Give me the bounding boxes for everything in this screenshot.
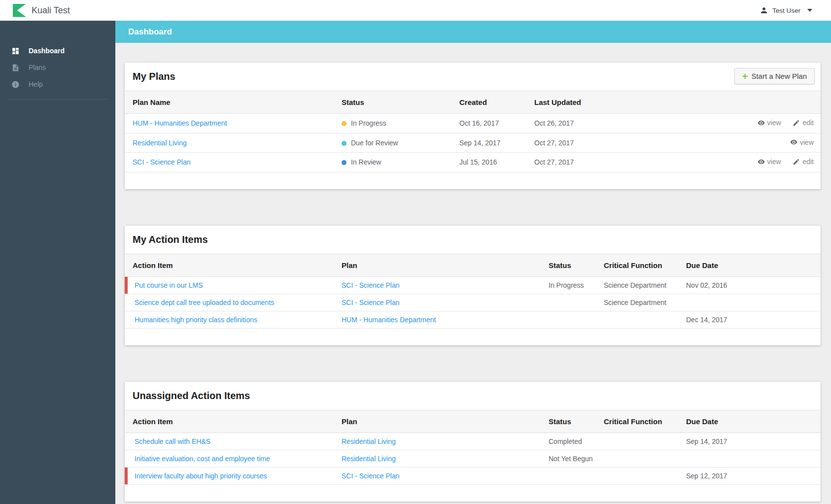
created-date: Jul 15, 2016 [459,153,534,172]
col-action-item: Action Item [125,410,342,433]
critical-function: Science Department [604,294,686,311]
sidebar-item-plans[interactable]: Plans [0,59,115,76]
start-new-plan-button[interactable]: + Start a New Plan [734,68,815,84]
updated-date: Oct 26, 2017 [534,114,633,134]
plan-link[interactable]: SCI - Science Plan [342,299,400,306]
status-dot [342,160,346,165]
action-item-link[interactable]: Schedule call with EH&S [135,437,210,445]
col-status: Status [342,91,459,114]
plan-link[interactable]: SCI - Science Plan [342,472,400,480]
action-item-link[interactable]: Put course in our LMS [135,281,203,289]
due-date: Sep 14, 2017 [686,433,821,450]
pencil-icon [793,119,800,127]
status-text: Due for Review [351,139,398,147]
action-item-link[interactable]: Humanities high priority class definitio… [135,316,257,324]
col-status: Status [549,410,604,433]
edit-button[interactable]: edit [793,119,814,127]
top-bar: Kuali Test Test User [0,0,831,21]
sidebar-item-label: Help [29,80,43,88]
col-last-updated: Last Updated [534,91,633,114]
card-footer [125,172,821,189]
col-plan: Plan [342,254,549,277]
col-status: Status [549,254,604,277]
critical-function [604,450,686,467]
plan-link[interactable]: SCI - Science Plan [342,281,400,289]
action-item-link[interactable]: Initiative evaluation, cost and employee… [135,455,270,463]
plan-link[interactable]: Residential Living [342,455,396,463]
critical-function [604,311,686,328]
col-action-item: Action Item [125,254,342,277]
col-plan: Plan [342,410,549,433]
plan-link[interactable]: SCI - Science Plan [133,158,191,166]
action-item-link[interactable]: Science dept call tree uploaded to docum… [135,299,274,306]
plan-link[interactable]: Residential Living [342,437,396,445]
plan-link[interactable]: HUM - Humanities Department [133,119,227,127]
updated-date: Oct 27, 2017 [534,153,633,172]
critical-function [604,467,686,484]
status-text: In Review [351,158,381,166]
table-row: Science dept call tree uploaded to docum… [125,294,821,311]
table-row: Initiative evaluation, cost and employee… [125,450,821,467]
col-critical-function: Critical Function [604,410,686,433]
my-plans-card: My Plans + Start a New Plan Plan Name St… [125,63,821,189]
col-created: Created [459,91,534,114]
action-item-link[interactable]: Interview faculty about high priority co… [135,472,267,480]
status-text: Not Yet Begun [549,450,604,467]
col-critical-function: Critical Function [604,254,686,277]
created-date: Sep 14, 2017 [459,133,534,153]
sidebar-item-help[interactable]: Help [0,76,115,93]
status-dot [342,141,346,146]
eye-icon [758,158,765,166]
content-area: My Plans + Start a New Plan Plan Name St… [115,43,831,504]
due-date: Nov 02, 2016 [686,276,821,294]
my-action-items-title: My Action Items [133,234,813,246]
page-banner: Dashboard [115,21,831,43]
due-date: Sep 12, 2017 [686,467,821,484]
plus-icon: + [742,72,748,80]
plan-link[interactable]: Residential Living [133,139,187,147]
status-dot [342,121,346,126]
col-plan-name: Plan Name [125,91,342,114]
table-row: Humanities high priority class definitio… [125,311,821,328]
chevron-down-icon [807,9,812,12]
plans-document-icon [11,64,20,72]
sidebar-divider [8,99,107,100]
view-button[interactable]: view [758,119,781,127]
user-menu[interactable]: Test User [760,6,812,15]
table-row: Schedule call with EH&S Residential Livi… [125,433,821,450]
brand-name: Kuali Test [32,5,70,16]
table-row: Put course in our LMS SCI - Science Plan… [125,276,821,294]
user-name: Test User [772,7,800,14]
sidebar-item-label: Plans [29,64,46,71]
status-text: In Progress [549,276,604,294]
sidebar: Dashboard Plans Help [0,21,115,504]
unassigned-action-items-title: Unassigned Action Items [133,390,813,402]
eye-icon [758,119,765,127]
table-header-row: Plan Name Status Created Last Updated [125,91,821,114]
edit-button[interactable]: edit [793,158,814,166]
sidebar-item-dashboard[interactable]: Dashboard [0,42,115,59]
updated-date: Oct 27, 2017 [534,133,633,153]
table-header-row: Action Item Plan Status Critical Functio… [125,410,821,433]
created-date: Oct 16, 2017 [459,114,534,134]
view-button[interactable]: view [758,158,781,166]
unassigned-action-items-card: Unassigned Action Items Action Item Plan… [125,382,821,502]
help-info-icon [11,80,20,89]
status-text [549,311,604,328]
table-row: HUM - Humanities Department In Progress … [125,114,821,134]
critical-function: Science Department [604,276,686,294]
table-row: Residential Living Due for Review Sep 14… [125,133,821,153]
my-action-items-card: My Action Items Action Item Plan Status … [125,226,821,345]
person-icon [760,6,768,15]
table-row: Interview faculty about high priority co… [125,467,821,484]
dashboard-icon [11,47,20,55]
plan-link[interactable]: HUM - Humanities Department [342,316,436,324]
sidebar-item-label: Dashboard [29,47,65,55]
card-footer [125,485,821,502]
eye-icon [790,138,797,146]
table-row: SCI - Science Plan In Review Jul 15, 201… [125,153,821,172]
status-text: Completed [549,433,604,450]
status-text [549,294,604,311]
due-date [686,294,821,311]
view-button[interactable]: view [790,138,814,146]
